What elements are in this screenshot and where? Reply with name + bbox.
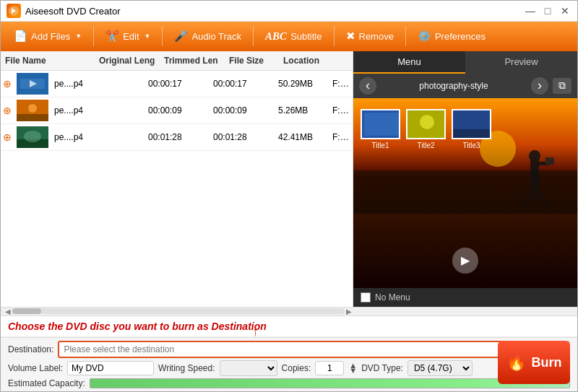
title-bar: Aiseesoft DVD Creator — □ ✕ [1,1,577,22]
cell-name-3: pe....p4 [51,131,145,144]
destination-row: Destination: ▼ [8,341,570,358]
dvd-play-button[interactable]: ▶ [452,248,478,274]
row-expand-3[interactable]: ⊕ [1,131,14,143]
sep4 [334,26,335,46]
col-header-loc: Location [279,54,353,67]
copy-icon: ⧉ [558,79,566,92]
copies-label: Copies: [282,363,311,373]
preferences-label: Preferences [435,31,486,42]
svg-point-9 [24,131,41,142]
cap-label: Estimated Capacity: [8,378,85,388]
scroll-left-button[interactable]: ◀ [4,308,12,315]
edit-button[interactable]: ✂️ Edit ▼ [98,26,158,46]
scroll-right-button[interactable]: ▶ [345,308,353,315]
dest-input[interactable] [58,341,550,358]
annotation-text: Choose the DVD disc you want to burn as … [8,321,267,332]
menu-tabs: Menu Preview [353,51,577,74]
copies-down-button[interactable]: ▼ [349,368,357,373]
menu-next-button[interactable]: › [531,77,548,95]
col-header-name: File Name [1,54,95,67]
volume-row: Volume Label: Writing Speed: Copies: ▲ ▼… [8,360,570,376]
menu-nav: ‹ photography-style › ⧉ [353,74,577,98]
menu-prev-button[interactable]: ‹ [359,77,376,95]
dvd-thumb-frame-1 [361,109,400,139]
subtitle-label: Subtitle [290,31,322,42]
remove-label: Remove [359,31,394,42]
dvdtype-select[interactable]: D5 (4.7G) [407,360,473,376]
tab-menu[interactable]: Menu [353,51,465,74]
minimize-button[interactable]: — [524,4,537,17]
row-expand-2[interactable]: ⊕ [1,105,14,116]
edit-icon: ✂️ [105,30,119,43]
scrollbar-thumb[interactable] [12,308,41,314]
table-row[interactable]: ⊕ pe....p4 00:00:17 00:00:17 50.29MB F:/… [1,71,353,97]
burn-button[interactable]: 🔥 Burn [498,341,570,384]
cell-loc-1: F:/Chrome/pexels-gylfi-g... [329,77,353,90]
preferences-icon: ⚙️ [418,30,431,43]
dvd-thumb-frame-2 [406,109,446,139]
scrollbar-track[interactable] [12,308,345,314]
dvd-thumb-label-2: Title2 [417,141,434,149]
cell-trim-2: 00:00:09 [210,104,275,117]
cell-orig-1: 00:00:17 [145,77,210,90]
row-expand-1[interactable]: ⊕ [1,78,14,90]
cell-orig-3: 00:01:28 [145,131,210,144]
sep5 [405,26,406,46]
cell-trim-1: 00:00:17 [210,77,275,90]
col-header-orig: Original Leng [95,54,160,67]
vol-input[interactable] [67,361,154,375]
close-button[interactable]: ✕ [558,4,571,17]
bottom-bar: Destination: ▼ Volume Label: Writing Spe… [1,337,577,391]
play-icon: ▶ [461,253,470,267]
svg-point-23 [420,115,434,129]
maximize-button[interactable]: □ [541,4,554,17]
tab-preview[interactable]: Preview [465,51,577,74]
file-rows: ⊕ pe....p4 00:00:17 00:00:17 50.29MB F:/… [1,71,353,307]
thumbnail-2 [17,100,48,121]
svg-rect-6 [17,114,48,121]
dvd-thumb-label-1: Title1 [371,141,389,149]
cell-trim-3: 00:01:28 [210,131,275,144]
no-menu-row: No Menu [353,288,577,307]
title-bar-controls: — □ ✕ [524,4,571,17]
dvdtype-label: DVD Type: [361,363,403,373]
burn-label: Burn [532,355,562,370]
preferences-button[interactable]: ⚙️ Preferences [410,26,493,46]
add-files-button[interactable]: 📄 Add Files ▼ [7,26,89,46]
dvd-thumb-item-3: Title3 [452,109,491,149]
table-row[interactable]: ⊕ pe....p4 00:01:28 00:01:28 42.41MB F:/… [1,124,353,151]
cell-size-1: 50.29MB [275,77,329,90]
file-list-header: File Name Original Leng Trimmed Len File… [1,51,353,71]
menu-style-name: photography-style [381,81,527,91]
writing-speed-select[interactable] [220,360,277,376]
no-menu-label: No Menu [375,292,410,302]
dvd-thumbnails: Title1 Title2 Title3 [361,109,491,149]
cell-size-2: 5.26MB [275,104,329,117]
subtitle-icon: ABC [265,30,287,43]
thumbnail-3 [17,126,48,148]
file-list: File Name Original Leng Trimmed Len File… [1,51,353,307]
no-menu-checkbox[interactable] [361,292,371,302]
vol-label: Volume Label: [8,363,63,373]
edit-arrow: ▼ [144,32,151,40]
add-files-label: Add Files [31,31,70,42]
svg-point-14 [529,150,540,162]
cell-loc-2: F:/Chrome/pexels-zuzann... [329,104,353,117]
cell-name-1: pe....p4 [51,77,145,90]
subtitle-button[interactable]: ABC Subtitle [258,27,329,46]
table-row[interactable]: ⊕ pe....p4 00:00:09 00:00:09 5.26MB F:/C… [1,97,353,124]
audio-icon: 🎤 [174,30,188,43]
dest-label: Destination: [8,344,53,354]
remove-button[interactable]: ✖ Remove [339,26,401,46]
copies-input[interactable] [315,361,344,375]
app-title: Aiseesoft DVD Creator [25,6,121,17]
remove-icon: ✖ [346,30,355,43]
svg-point-5 [28,104,37,113]
app-window: Aiseesoft DVD Creator — □ ✕ 📄 Add Files … [0,0,578,392]
audio-track-button[interactable]: 🎤 Audio Track [167,26,249,46]
svg-rect-12 [353,170,577,214]
dvd-background: Title1 Title2 Title3 [353,98,577,288]
menu-copy-button[interactable]: ⧉ [553,78,571,94]
add-files-icon: 📄 [14,30,27,43]
dvd-preview: Title1 Title2 Title3 [353,98,577,288]
